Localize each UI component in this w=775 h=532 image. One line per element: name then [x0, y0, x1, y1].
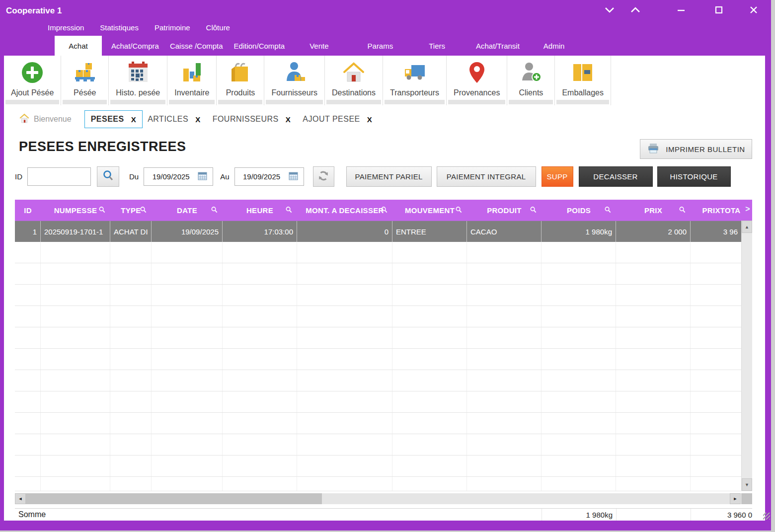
- table-row-empty[interactable]: [15, 413, 752, 434]
- ribbon-tab-tiers[interactable]: Tiers: [423, 36, 451, 56]
- au-date-text[interactable]: [235, 172, 289, 181]
- table-row-empty[interactable]: [15, 349, 752, 370]
- tab-ajout-pesee[interactable]: AJOUT PESEE X: [303, 115, 372, 124]
- scroll-more-icon[interactable]: >: [745, 205, 750, 214]
- ribbon-tab-params[interactable]: Params: [362, 36, 399, 56]
- table-row-selected[interactable]: 1 20250919-1701-1 ACHAT DI 19/09/2025 17…: [15, 221, 752, 242]
- ribbon-tab-achat-compra[interactable]: Achat/Compra: [106, 36, 164, 56]
- ribbon-tab-achat-transit[interactable]: Achat/Transit: [470, 36, 525, 56]
- toolbar-button-inventaire[interactable]: Inventaire: [167, 56, 217, 105]
- supp-button[interactable]: SUPP: [542, 166, 573, 187]
- du-date-text[interactable]: [144, 172, 198, 181]
- filter-icon[interactable]: [381, 206, 388, 215]
- table-row-empty[interactable]: [15, 242, 752, 263]
- somme-row: Somme 1 980kg 3 960 0: [15, 508, 752, 521]
- ribbon-tab-vente[interactable]: Vente: [304, 36, 334, 56]
- filter-icon[interactable]: [530, 206, 537, 215]
- ribbon-tab-edition-compta[interactable]: Edition/Compta: [229, 36, 291, 56]
- column-header-poids[interactable]: POIDS: [542, 200, 616, 221]
- column-header-produit[interactable]: PRODUIT: [467, 200, 542, 221]
- au-date-input[interactable]: [234, 167, 304, 186]
- column-header-type[interactable]: TYPE: [110, 200, 152, 221]
- scroll-down-button[interactable]: ▼: [742, 478, 752, 491]
- toolbar-button-fournisseurs[interactable]: Fournisseurs: [264, 56, 324, 105]
- scroll-up-button[interactable]: ▲: [742, 221, 752, 233]
- du-date-input[interactable]: [144, 167, 213, 186]
- decaisser-button[interactable]: DECAISSER: [579, 166, 653, 187]
- ribbon-tab-caisse-compta[interactable]: Caisse /Compta: [164, 36, 229, 56]
- imprimer-bulletin-button[interactable]: IMPRIMER BULLETIN: [640, 139, 752, 159]
- toolbar-button-clients[interactable]: Clients: [507, 56, 555, 105]
- filter-icon[interactable]: [140, 206, 147, 215]
- toolbar-button-pesee[interactable]: Pésée: [61, 56, 109, 105]
- scroll-left-button[interactable]: ◄: [15, 493, 26, 504]
- chevron-down-icon[interactable]: [602, 4, 617, 16]
- close-tab-icon[interactable]: X: [131, 115, 137, 124]
- table-row-empty[interactable]: [15, 306, 752, 327]
- tab-pesees[interactable]: PESEES X: [84, 110, 143, 128]
- table-row-empty[interactable]: [15, 477, 752, 491]
- ribbon-tab-admin[interactable]: Admin: [538, 36, 570, 56]
- close-tab-icon[interactable]: X: [286, 115, 291, 124]
- tab-bienvenue[interactable]: Bienvenue: [19, 113, 72, 126]
- vertical-scrollbar[interactable]: ▲ ▼: [741, 221, 752, 491]
- chevron-up-icon[interactable]: [628, 4, 643, 16]
- table-row-empty[interactable]: [15, 263, 752, 285]
- minimize-icon[interactable]: [674, 4, 689, 16]
- close-tab-icon[interactable]: X: [367, 115, 373, 124]
- maximize-icon[interactable]: [711, 4, 726, 16]
- table-row-empty[interactable]: [15, 327, 752, 349]
- toolbar-button-histo-pesee[interactable]: Histo. pesée: [109, 56, 167, 105]
- column-header-prix[interactable]: PRIX: [616, 200, 691, 221]
- filter-icon[interactable]: [211, 206, 218, 215]
- resize-grip[interactable]: [763, 513, 770, 520]
- menu-item-impression[interactable]: Impression: [48, 23, 84, 32]
- menu-item-statistiques[interactable]: Statistiques: [100, 23, 139, 32]
- scrollbar-thumb[interactable]: [26, 493, 322, 504]
- column-header-id[interactable]: ID: [15, 200, 41, 221]
- tab-fournisseurs[interactable]: FOURNISSEURS X: [213, 115, 291, 124]
- calendar-picker-icon[interactable]: [198, 171, 207, 182]
- toolbar-button-provenances[interactable]: Provenances: [447, 56, 507, 105]
- filter-icon[interactable]: [98, 206, 106, 215]
- toolbar-button-emballages[interactable]: Emballages: [555, 56, 611, 105]
- scroll-right-button[interactable]: ►: [730, 493, 741, 504]
- close-icon[interactable]: [746, 4, 761, 16]
- toolbar-button-transporteurs[interactable]: Transporteurs: [383, 56, 447, 105]
- horizontal-scrollbar[interactable]: ◄ ►: [15, 493, 752, 504]
- toolbar-button-produits[interactable]: Produits: [217, 56, 264, 105]
- table-row-empty[interactable]: [15, 456, 752, 477]
- search-button[interactable]: [97, 166, 119, 187]
- column-header-date[interactable]: DATE: [152, 200, 223, 221]
- column-header-mont-a-decaisser[interactable]: MONT. A DECAISSER: [297, 200, 392, 221]
- table-row-empty[interactable]: [15, 285, 752, 306]
- paiement-integral-button[interactable]: PAIEMENT INTEGRAL: [437, 166, 536, 187]
- close-tab-icon[interactable]: X: [195, 115, 201, 124]
- scrollbar-track[interactable]: [322, 493, 730, 504]
- id-input-text[interactable]: [28, 172, 90, 181]
- column-header-numpesse[interactable]: NUMPESSE: [41, 200, 110, 221]
- calendar-picker-icon[interactable]: [289, 171, 298, 182]
- paiement-pariel-button[interactable]: PAIEMENT PARIEL: [346, 166, 432, 187]
- toolbar-button-destinations[interactable]: Destinations: [325, 56, 383, 105]
- table-row-empty[interactable]: [15, 434, 752, 456]
- id-input[interactable]: [27, 167, 91, 186]
- table-row-empty[interactable]: [15, 391, 752, 413]
- tab-articles[interactable]: ARTICLES X: [148, 115, 200, 124]
- column-header-mouvement[interactable]: MOUVEMENT: [392, 200, 467, 221]
- refresh-button[interactable]: [313, 166, 334, 187]
- filter-icon[interactable]: [604, 206, 612, 215]
- ribbon-tab-achat[interactable]: Achat: [55, 36, 102, 56]
- filter-icon[interactable]: [285, 206, 293, 215]
- filter-icon[interactable]: [679, 206, 686, 215]
- window-controls: [602, 4, 761, 16]
- column-header-prixtotal[interactable]: PRIXTOTA>: [691, 200, 752, 221]
- toolbar-button-ajout-pesee[interactable]: Ajout Pésée: [4, 56, 61, 105]
- column-header-heure[interactable]: HEURE: [223, 200, 297, 221]
- calendar-icon: [126, 61, 150, 86]
- table-row-empty[interactable]: [15, 370, 752, 391]
- menu-item-cloture[interactable]: Clôture: [206, 23, 230, 32]
- historique-button[interactable]: HISTORIQUE: [657, 166, 731, 187]
- menu-item-patrimoine[interactable]: Patrimoine: [155, 23, 190, 32]
- filter-icon[interactable]: [455, 206, 463, 215]
